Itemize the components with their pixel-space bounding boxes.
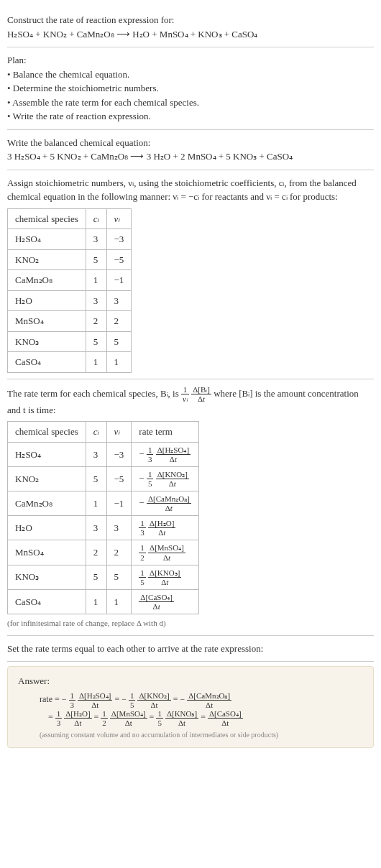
cell-ci: 5 [86,466,106,491]
table-row: KNO₃5515 Δ[KNO₃]Δt [8,565,199,589]
balanced-section: Write the balanced chemical equation: 3 … [7,130,374,170]
intro-equation: H₂SO₄ + KNO₂ + CaMn₂O₈ ⟶ H₂O + MnSO₄ + K… [7,27,374,42]
table-row: KNO₂5−5− 15 Δ[KNO₂]Δt [8,466,199,491]
cell-vi: 5 [106,565,132,589]
plan-heading: Plan: [7,53,374,68]
plan-item: • Balance the chemical equation. [7,68,374,82]
table-row: H₂SO₄3−3 [8,229,132,250]
cell-ci: 5 [86,565,106,589]
cell-vi: 2 [106,540,132,565]
table-row: CaSO₄11Δ[CaSO₄]Δt [8,589,199,614]
col-ci: cᵢ [86,422,106,443]
cell-rate-term: 13 Δ[H₂O]Δt [132,516,198,540]
cell-vi: 1 [106,352,132,373]
cell-ci: 5 [86,249,106,270]
cell-species: H₂O [8,290,86,311]
answer-label: Answer: [18,674,363,688]
cell-vi: −1 [106,270,132,291]
cell-vi: −5 [106,249,132,270]
cell-ci: 3 [86,290,106,311]
table-row: H₂O3313 Δ[H₂O]Δt [8,516,199,540]
cell-vi: 5 [106,331,132,352]
plan-section: Plan: • Balance the chemical equation. •… [7,47,374,130]
stoich-table: chemical species cᵢ νᵢ H₂SO₄3−3KNO₂5−5Ca… [7,208,132,373]
cell-ci: 2 [86,311,106,332]
cell-vi: 3 [106,290,132,311]
cell-species: CaSO₄ [8,352,86,373]
answer-box: Answer: rate = − 13 Δ[H₂SO₄]Δt = − 15 Δ[… [7,666,374,748]
cell-species: KNO₃ [8,565,86,589]
plan-item: • Determine the stoichiometric numbers. [7,81,374,96]
cell-ci: 1 [86,491,106,516]
answer-note: (assuming constant volume and no accumul… [18,729,363,740]
cell-rate-term: Δ[CaSO₄]Δt [132,589,198,614]
rate-term-def-frac2: Δ[Bᵢ]Δt [191,385,211,403]
cell-species: H₂SO₄ [8,442,86,466]
cell-ci: 1 [86,352,106,373]
table-row: KNO₂5−5 [8,249,132,270]
table-row: CaSO₄11 [8,352,132,373]
table-row: H₂SO₄3−3− 13 Δ[H₂SO₄]Δt [8,442,199,466]
cell-species: H₂SO₄ [8,229,86,250]
cell-ci: 5 [86,331,106,352]
cell-rate-term: 12 Δ[MnSO₄]Δt [132,540,198,565]
col-species: chemical species [8,208,86,229]
cell-vi: −3 [106,229,132,250]
cell-species: CaSO₄ [8,589,86,614]
cell-ci: 3 [86,516,106,540]
cell-species: KNO₃ [8,331,86,352]
answer-line1: rate = − 13 Δ[H₂SO₄]Δt = − 15 Δ[KNO₂]Δt … [40,691,363,709]
table-row: H₂O33 [8,290,132,311]
cell-species: CaMn₂O₈ [8,491,86,516]
stoich-intro: Assign stoichiometric numbers, νᵢ, using… [7,176,374,204]
cell-rate-term: − 15 Δ[KNO₂]Δt [132,466,198,491]
cell-rate-term: 15 Δ[KNO₃]Δt [132,565,198,589]
cell-vi: −3 [106,442,132,466]
answer-equation: rate = − 13 Δ[H₂SO₄]Δt = − 15 Δ[KNO₂]Δt … [18,691,363,727]
cell-vi: −1 [106,491,132,516]
cell-species: MnSO₄ [8,540,86,565]
table-row: MnSO₄22 [8,311,132,332]
answer-section: Answer: rate = − 13 Δ[H₂SO₄]Δt = − 15 Δ[… [7,666,374,748]
plan-item: • Write the rate of reaction expression. [7,109,374,124]
cell-vi: 3 [106,516,132,540]
col-rate-term: rate term [132,422,198,443]
cell-ci: 1 [86,589,106,614]
cell-species: KNO₂ [8,249,86,270]
cell-rate-term: − 13 Δ[H₂SO₄]Δt [132,442,198,466]
cell-vi: −5 [106,466,132,491]
table-header-row: chemical species cᵢ νᵢ [8,208,132,229]
rate-term-note: (for infinitesimal rate of change, repla… [7,617,374,629]
table-row: CaMn₂O₈1−1− Δ[CaMn₂O₈]Δt [8,491,199,516]
cell-species: H₂O [8,516,86,540]
cell-ci: 2 [86,540,106,565]
cell-species: KNO₂ [8,466,86,491]
col-vi: νᵢ [106,422,132,443]
col-ci: cᵢ [86,208,106,229]
cell-ci: 1 [86,270,106,291]
table-row: CaMn₂O₈1−1 [8,270,132,291]
table-row: KNO₃55 [8,331,132,352]
set-equal-text: Set the rate terms equal to each other t… [7,642,374,656]
set-equal-section: Set the rate terms equal to each other t… [7,636,374,662]
table-row: MnSO₄2212 Δ[MnSO₄]Δt [8,540,199,565]
cell-species: MnSO₄ [8,311,86,332]
answer-line2: = 13 Δ[H₂O]Δt = 12 Δ[MnSO₄]Δt = 15 Δ[KNO… [40,709,363,727]
cell-vi: 1 [106,589,132,614]
intro-section: Construct the rate of reaction expressio… [7,7,374,47]
intro-title: Construct the rate of reaction expressio… [7,13,374,27]
rate-term-section: The rate term for each chemical species,… [7,379,374,636]
col-species: chemical species [8,422,86,443]
col-vi: νᵢ [106,208,132,229]
rate-term-def-frac1: 1νᵢ [181,385,189,403]
rate-term-intro: The rate term for each chemical species,… [7,385,374,417]
cell-rate-term: − Δ[CaMn₂O₈]Δt [132,491,198,516]
cell-vi: 2 [106,311,132,332]
cell-ci: 3 [86,442,106,466]
balanced-equation: 3 H₂SO₄ + 5 KNO₂ + CaMn₂O₈ ⟶ 3 H₂O + 2 M… [7,149,374,164]
balanced-heading: Write the balanced chemical equation: [7,136,374,150]
plan-item: • Assemble the rate term for each chemic… [7,96,374,110]
stoich-section: Assign stoichiometric numbers, νᵢ, using… [7,170,374,379]
cell-species: CaMn₂O₈ [8,270,86,291]
table-header-row: chemical species cᵢ νᵢ rate term [8,422,199,443]
